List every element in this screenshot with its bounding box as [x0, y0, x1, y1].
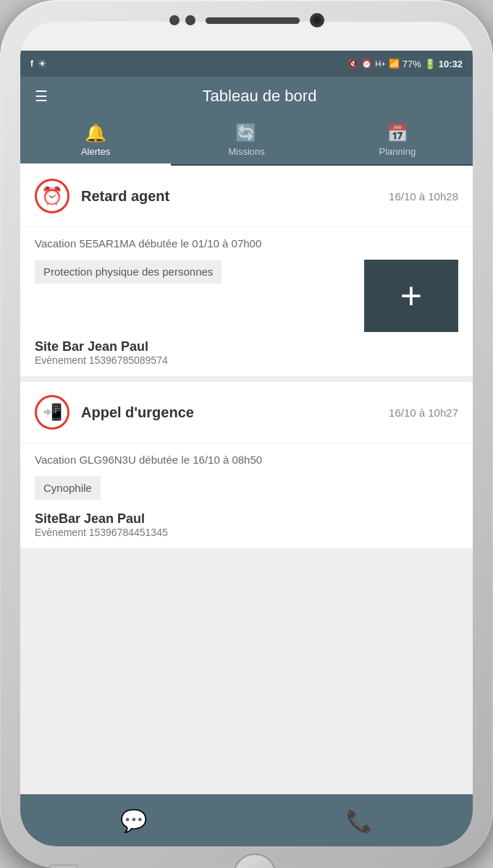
missions-tab-icon: 🔄	[235, 123, 257, 143]
retard-image: +	[364, 260, 458, 332]
urgence-body: Vacation GLG96N3U débutée le 16/10 à 08h…	[20, 443, 473, 548]
bottom-nav: 💬 📞	[20, 794, 473, 846]
status-bar: f ☀ 🔇 ⏰ H+ 📶 77% 🔋 10:32	[20, 51, 473, 77]
missions-tab-label: Missions	[228, 146, 265, 157]
phone-icon: 📞	[346, 808, 373, 833]
clock-icon: ⏰	[41, 186, 63, 206]
tab-missions[interactable]: 🔄 Missions	[171, 116, 321, 164]
recents-button[interactable]	[49, 864, 78, 868]
clock-time: 10:32	[439, 59, 463, 69]
retard-vacation: Vacation 5E5AR1MA débutée le 01/10 à 07h…	[35, 237, 458, 250]
chat-icon: 💬	[120, 808, 147, 833]
planning-tab-label: Planning	[379, 146, 416, 157]
retard-icon: ⏰	[35, 179, 69, 213]
retard-time: 16/10 à 10h28	[389, 190, 458, 203]
battery-icon: 🔋	[424, 59, 436, 69]
hamburger-menu-icon[interactable]: ☰	[35, 88, 48, 105]
alertes-tab-label: Alertes	[81, 146, 110, 157]
status-right: 🔇 ⏰ H+ 📶 77% 🔋 10:32	[347, 59, 463, 69]
tab-alertes[interactable]: 🔔 Alertes	[20, 116, 171, 164]
tab-planning[interactable]: 📅 Planning	[322, 116, 473, 164]
urgence-event: Evènement 15396784451345	[35, 527, 458, 538]
network-icon: H+	[375, 59, 385, 68]
retard-tag: Protection physique des personnes	[35, 260, 222, 284]
chat-nav-button[interactable]: 💬	[20, 808, 247, 833]
retard-site: Site Bar Jean Paul	[35, 339, 458, 354]
page-title: Tableau de bord	[61, 87, 458, 106]
signal-icon: 📶	[389, 59, 400, 69]
urgence-vacation: Vacation GLG96N3U débutée le 16/10 à 08h…	[35, 454, 458, 466]
retard-body: Vacation 5E5AR1MA débutée le 01/10 à 07h…	[20, 227, 473, 376]
urgence-site: SiteBar Jean Paul	[35, 511, 458, 527]
alert-header-urgence: 📲 Appel d'urgence 16/10 à 10h27	[20, 382, 473, 443]
facebook-icon: f	[30, 59, 33, 69]
retard-title: Retard agent	[81, 188, 389, 205]
alarm-icon: ⏰	[361, 59, 372, 69]
plus-icon: +	[400, 277, 422, 315]
app-header: ☰ Tableau de bord	[20, 77, 473, 116]
retard-content-row: Protection physique des personnes +	[35, 260, 458, 332]
brightness-icon: ☀	[38, 58, 47, 69]
urgence-time: 16/10 à 10h27	[389, 407, 458, 419]
alert-card-retard[interactable]: ⏰ Retard agent 16/10 à 10h28 Vacation 5E…	[20, 166, 473, 376]
phone-device: f ☀ 🔇 ⏰ H+ 📶 77% 🔋 10:32 ☰ Tableau de bo…	[0, 0, 493, 868]
retard-event: Evènement 15396785089574	[35, 354, 458, 366]
alert-header-retard: ⏰ Retard agent 16/10 à 10h28	[20, 166, 473, 227]
mute-icon: 🔇	[347, 59, 358, 69]
urgence-title: Appel d'urgence	[81, 404, 389, 421]
battery-percent: 77%	[403, 59, 421, 69]
planning-tab-icon: 📅	[387, 123, 408, 143]
urgence-tag: Cynophile	[35, 476, 101, 500]
status-left-icons: f ☀	[30, 58, 47, 69]
phone-nav-button[interactable]: 📞	[247, 808, 473, 833]
content-area: ⏰ Retard agent 16/10 à 10h28 Vacation 5E…	[20, 166, 473, 794]
home-button[interactable]	[233, 854, 277, 868]
alertes-tab-icon: 🔔	[85, 123, 106, 143]
retard-tags: Protection physique des personnes	[35, 260, 355, 332]
phone-screen: f ☀ 🔇 ⏰ H+ 📶 77% 🔋 10:32 ☰ Tableau de bo…	[20, 22, 473, 846]
alert-card-urgence[interactable]: 📲 Appel d'urgence 16/10 à 10h27 Vacation…	[20, 382, 473, 548]
urgence-icon: 📲	[35, 395, 69, 430]
phone-bottom-bar: ↩	[20, 846, 473, 868]
tab-bar: 🔔 Alertes 🔄 Missions 📅 Planning	[20, 116, 473, 166]
emergency-phone-icon: 📲	[43, 403, 62, 422]
